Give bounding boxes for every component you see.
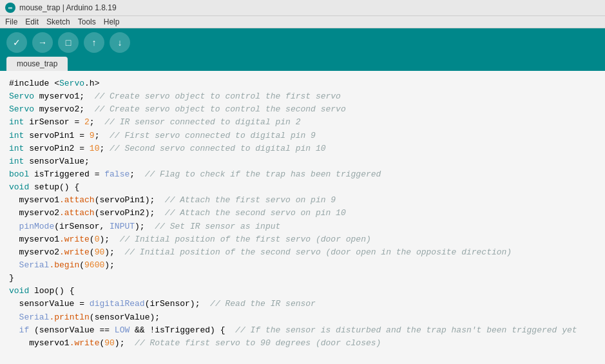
code-line: int servoPin1 = 9; // First servo connec… — [9, 129, 596, 142]
menu-item-help[interactable]: Help — [104, 17, 120, 26]
code-line: myservo1.attach(servoPin1); // Attach th… — [9, 194, 596, 207]
new-button[interactable]: □ — [58, 32, 79, 53]
code-line: bool isTriggered = false; // Flag to che… — [9, 168, 596, 181]
code-line: int irSensor = 2; // IR sensor connected… — [9, 116, 596, 129]
code-line: myservo1.write(90); // Rotate first serv… — [9, 337, 596, 350]
code-line: void setup() { — [9, 181, 596, 194]
code-line: myservo2.write(90); // Initial position … — [9, 246, 596, 259]
code-line: sensorValue = digitalRead(irSensor); // … — [9, 298, 596, 311]
app-logo: ∞ — [5, 3, 15, 13]
menu-item-file[interactable]: File — [5, 17, 17, 26]
window-title: mouse_trap | Arduino 1.8.19 — [19, 3, 117, 12]
code-line: void loop() { — [9, 285, 596, 298]
code-line: if (sensorValue == LOW && !isTriggered) … — [9, 324, 596, 337]
code-editor: #include <Servo.h>Servo myservo1; // Cre… — [0, 71, 605, 352]
code-line: #include <Servo.h> — [9, 77, 596, 90]
save-button[interactable]: ↓ — [110, 32, 130, 53]
verify-button[interactable]: ✓ — [6, 32, 27, 53]
menu-item-edit[interactable]: Edit — [25, 17, 39, 26]
code-line: int servoPin2 = 10; // Second servo conn… — [9, 142, 596, 155]
toolbar: ✓→□↑↓ — [0, 28, 605, 57]
menu-bar: FileEditSketchToolsHelp — [0, 16, 605, 28]
code-line: Servo myservo1; // Create servo object t… — [9, 90, 596, 103]
code-line: pinMode(irSensor, INPUT); // Set IR sens… — [9, 220, 596, 233]
code-line: myservo2.attach(servoPin2); // Attach th… — [9, 207, 596, 220]
code-line: Serial.println(sensorValue); — [9, 311, 596, 324]
upload-button[interactable]: → — [32, 32, 53, 53]
code-line: Serial.begin(9600); — [9, 259, 596, 272]
menu-item-sketch[interactable]: Sketch — [46, 17, 70, 26]
file-tab[interactable]: mouse_trap — [6, 57, 68, 71]
tab-bar: mouse_trap — [0, 57, 605, 71]
title-bar: ∞ mouse_trap | Arduino 1.8.19 — [0, 0, 605, 16]
code-line: myservo1.write(0); // Initial position o… — [9, 233, 596, 246]
code-line: int sensorValue; — [9, 155, 596, 168]
menu-item-tools[interactable]: Tools — [78, 17, 96, 26]
open-button[interactable]: ↑ — [84, 32, 104, 53]
code-line: Servo myservo2; // Create servo object t… — [9, 103, 596, 116]
code-line: } — [9, 272, 596, 285]
